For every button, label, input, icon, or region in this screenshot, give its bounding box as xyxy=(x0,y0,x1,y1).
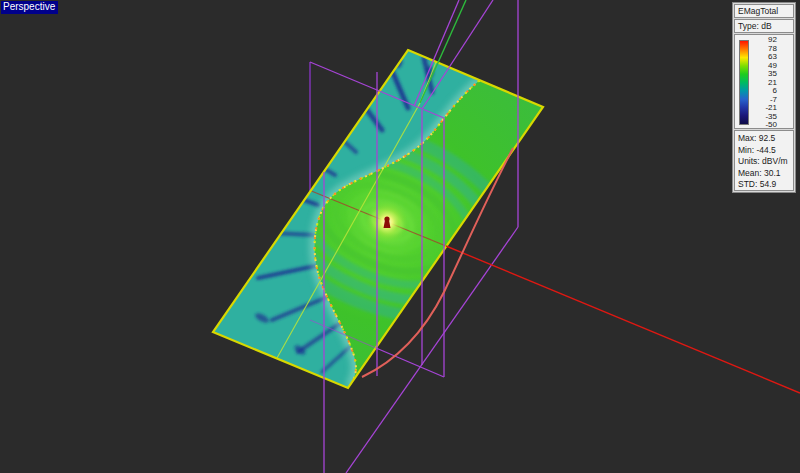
results-legend-panel: EMagTotal Type: dB 9278634935216-7-21-35… xyxy=(732,2,796,193)
legend-title: EMagTotal xyxy=(734,4,794,18)
colorbar-ticks: 9278634935216-7-21-35-50 xyxy=(751,36,777,129)
statistic-line: Mean: 30.1 xyxy=(738,168,793,180)
colorbar-gradient xyxy=(739,40,749,125)
statistic-line: Units: dBV/m xyxy=(738,156,793,168)
statistic-line: STD: 54.9 xyxy=(738,179,793,191)
legend-statistics: Max: 92.5Min: -44.5Units: dBV/mMean: 30.… xyxy=(734,130,794,191)
colorbar-tick-label: 63 xyxy=(751,53,777,61)
boresight-axis xyxy=(446,246,800,393)
view-mode-label[interactable]: Perspective xyxy=(1,1,58,14)
colorbar-tick-label: -50 xyxy=(751,121,777,129)
viewport-3d-scene[interactable] xyxy=(0,0,800,473)
field-sensor-plane xyxy=(213,50,547,388)
legend-type: Type: dB xyxy=(734,19,794,33)
statistic-line: Min: -44.5 xyxy=(738,145,793,157)
legend-color-scale: 9278634935216-7-21-35-50 xyxy=(734,34,794,129)
colorbar-tick-label: -21 xyxy=(751,104,777,112)
colorbar-tick-label: 6 xyxy=(751,87,777,95)
colorbar-tick-label: 92 xyxy=(751,36,777,44)
simulation-viewport: Perspective EMagTotal Type: dB 927863493… xyxy=(0,0,800,473)
colorbar-tick-label: 35 xyxy=(751,70,777,78)
statistic-line: Max: 92.5 xyxy=(738,133,793,145)
